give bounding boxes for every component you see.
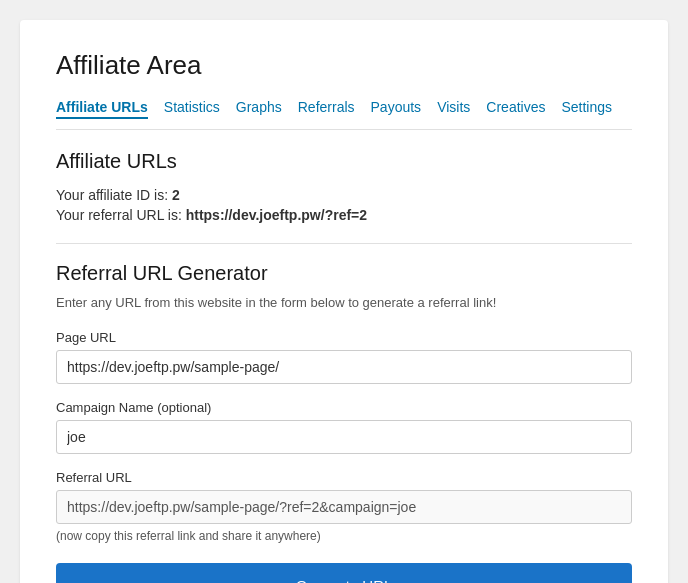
referral-url-line: Your referral URL is: https://dev.joeftp… [56, 207, 632, 223]
page-url-input[interactable] [56, 350, 632, 384]
page-url-label: Page URL [56, 330, 632, 345]
affiliate-info-block: Your affiliate ID is: 2 Your referral UR… [56, 187, 632, 223]
referral-generator-title: Referral URL Generator [56, 262, 632, 285]
tab-affiliate-urls[interactable]: Affiliate URLs [56, 99, 148, 119]
main-card: Affiliate Area Affiliate URLs Statistics… [20, 20, 668, 583]
help-text: Enter any URL from this website in the f… [56, 295, 632, 310]
campaign-name-group: Campaign Name (optional) [56, 400, 632, 454]
tab-payouts[interactable]: Payouts [371, 99, 422, 119]
affiliate-id-line: Your affiliate ID is: 2 [56, 187, 632, 203]
campaign-input[interactable] [56, 420, 632, 454]
tab-visits[interactable]: Visits [437, 99, 470, 119]
referral-url-label: Referral URL [56, 470, 632, 485]
referral-url-value: https://dev.joeftp.pw/?ref=2 [186, 207, 367, 223]
referral-url-input[interactable] [56, 490, 632, 524]
tab-settings[interactable]: Settings [561, 99, 612, 119]
page-url-group: Page URL [56, 330, 632, 384]
generate-url-button[interactable]: Generate URL [56, 563, 632, 583]
tab-creatives[interactable]: Creatives [486, 99, 545, 119]
referral-url-group: Referral URL (now copy this referral lin… [56, 470, 632, 543]
tab-statistics[interactable]: Statistics [164, 99, 220, 119]
copy-hint: (now copy this referral link and share i… [56, 529, 632, 543]
tab-referrals[interactable]: Referrals [298, 99, 355, 119]
tab-graphs[interactable]: Graphs [236, 99, 282, 119]
affiliate-id-value: 2 [172, 187, 180, 203]
navigation-tabs: Affiliate URLs Statistics Graphs Referra… [56, 99, 632, 130]
affiliate-urls-section-title: Affiliate URLs [56, 150, 632, 173]
section-divider [56, 243, 632, 244]
page-title: Affiliate Area [56, 50, 632, 81]
campaign-label: Campaign Name (optional) [56, 400, 632, 415]
